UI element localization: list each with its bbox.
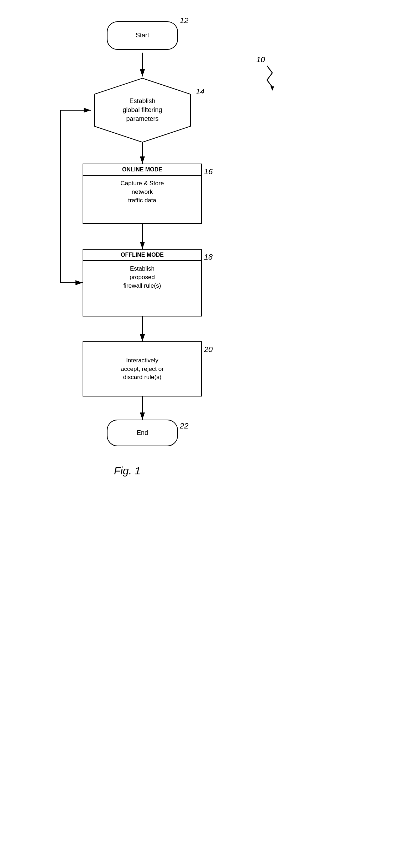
start-node: Start <box>107 21 178 50</box>
svg-text:global filtering: global filtering <box>122 106 162 113</box>
end-label: End <box>137 429 148 437</box>
online-mode-node: ONLINE MODE Capture & Store network traf… <box>83 164 202 224</box>
interactive-line1: Interactively <box>126 357 158 364</box>
end-number: 22 <box>180 421 188 431</box>
interactive-body: Interactively accept, reject or discard … <box>117 353 167 385</box>
end-node: End <box>107 420 178 446</box>
online-mode-body: Capture & Store network traffic data <box>83 176 201 208</box>
hexagon-shape: Establish global filtering parameters <box>91 76 194 142</box>
online-mode-title: ONLINE MODE <box>83 164 201 176</box>
interactive-line3: discard rule(s) <box>123 374 162 380</box>
online-mode-number: 16 <box>204 167 213 176</box>
online-body-line1: Capture & Store <box>121 180 164 187</box>
arrows-svg <box>0 0 393 868</box>
ref-arrow-icon <box>260 62 281 91</box>
offline-body-line3: firewall rule(s) <box>124 282 161 289</box>
svg-text:Establish: Establish <box>129 97 155 105</box>
online-body-line2: network <box>132 188 153 195</box>
interactive-number: 20 <box>204 345 213 354</box>
offline-body-line2: proposed <box>130 274 155 281</box>
diagram-container: 10 Start 12 Establish global filtering p… <box>0 0 393 868</box>
online-body-line3: traffic data <box>128 197 156 204</box>
interactive-node: Interactively accept, reject or discard … <box>83 341 202 396</box>
offline-mode-number: 18 <box>204 252 213 262</box>
svg-text:parameters: parameters <box>126 115 158 122</box>
offline-body-line1: Establish <box>130 265 154 272</box>
start-label: Start <box>136 31 149 39</box>
start-number: 12 <box>180 16 188 25</box>
interactive-line2: accept, reject or <box>121 366 164 372</box>
offline-mode-body: Establish proposed firewall rule(s) <box>83 261 201 293</box>
figure-label: Fig. 1 <box>114 465 141 477</box>
offline-mode-node: OFFLINE MODE Establish proposed firewall… <box>83 249 202 316</box>
hexagon-node: Establish global filtering parameters <box>91 76 194 144</box>
offline-mode-title: OFFLINE MODE <box>83 250 201 261</box>
hexagon-number: 14 <box>196 87 204 96</box>
svg-marker-10 <box>271 86 274 91</box>
